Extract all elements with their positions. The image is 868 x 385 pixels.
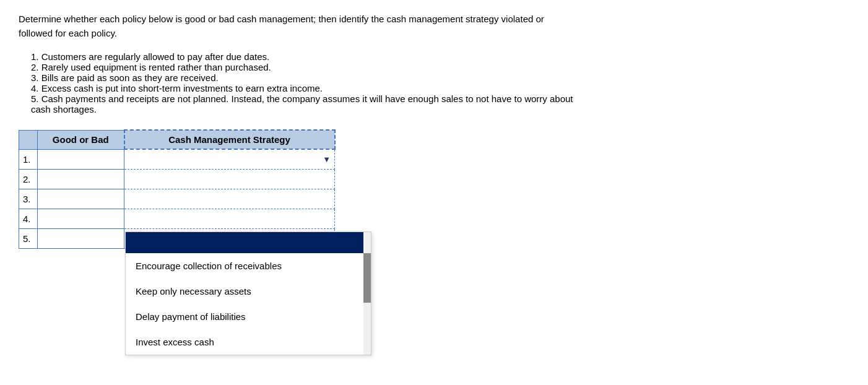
good-bad-cell-4[interactable] xyxy=(38,209,124,228)
strategy-cell-4[interactable] xyxy=(124,209,335,228)
dropdown-option-invest[interactable]: Invest excess cash xyxy=(126,329,371,355)
strategy-input-4[interactable] xyxy=(128,214,331,224)
dropdown-option-keep[interactable]: Keep only necessary assets xyxy=(126,279,371,304)
strategy-input-1[interactable] xyxy=(128,154,320,164)
good-bad-input-3[interactable] xyxy=(41,194,120,204)
col-header-strategy: Cash Management Strategy xyxy=(124,130,335,149)
dropdown-popup: Encourage collection of receivables Keep… xyxy=(125,231,371,355)
policy-item-1: 1. Customers are regularly allowed to pa… xyxy=(31,51,849,62)
intro-line2: followed for each policy. xyxy=(19,28,117,38)
strategy-input-3[interactable] xyxy=(128,194,331,204)
good-bad-input-1[interactable] xyxy=(41,155,120,165)
good-bad-input-2[interactable] xyxy=(41,175,120,184)
policy-item-4: 4. Excess cash is put into short-term in… xyxy=(31,83,849,93)
good-bad-cell-5[interactable] xyxy=(38,228,124,248)
row-num-2: 2. xyxy=(19,169,38,189)
policy-item-5: 5. Cash payments and receipts are not pl… xyxy=(31,93,849,104)
table-container: Good or Bad Cash Management Strategy 1. … xyxy=(19,129,336,249)
table-row: 2. xyxy=(19,169,335,189)
table-row: 4. xyxy=(19,209,335,228)
dropdown-arrow-1[interactable]: ▼ xyxy=(323,155,331,164)
intro-line1: Determine whether each policy below is g… xyxy=(19,14,544,24)
col-header-good-bad: Good or Bad xyxy=(38,130,124,149)
policy-item-3: 3. Bills are paid as soon as they are re… xyxy=(31,72,849,83)
dropdown-selected-highlight xyxy=(126,232,371,253)
good-bad-cell-2[interactable] xyxy=(38,169,124,189)
good-bad-cell-3[interactable] xyxy=(38,189,124,209)
policy-item-5b: cash shortages. xyxy=(31,104,849,115)
strategy-cell-2[interactable] xyxy=(124,169,335,189)
strategy-input-2[interactable] xyxy=(128,175,331,184)
strategy-cell-3[interactable] xyxy=(124,189,335,209)
dropdown-option-delay[interactable]: Delay payment of liabilities xyxy=(126,304,371,329)
dropdown-option-encourage[interactable]: Encourage collection of receivables xyxy=(126,253,371,279)
table-row: 3. xyxy=(19,189,335,209)
row-num-5: 5. xyxy=(19,228,38,248)
scrollbar-thumb[interactable] xyxy=(363,253,371,303)
good-bad-input-4[interactable] xyxy=(41,214,120,224)
col-header-num xyxy=(19,130,38,149)
cash-management-table: Good or Bad Cash Management Strategy 1. … xyxy=(19,129,336,249)
good-bad-cell-1[interactable] xyxy=(38,149,124,169)
row-num-4: 4. xyxy=(19,209,38,228)
intro-paragraph: Determine whether each policy below is g… xyxy=(19,12,848,40)
strategy-cell-1[interactable]: ▼ xyxy=(124,149,335,169)
row-num-1: 1. xyxy=(19,149,38,169)
table-row: 1. ▼ xyxy=(19,149,335,169)
scrollbar-track[interactable] xyxy=(363,232,371,355)
row-num-3: 3. xyxy=(19,189,38,209)
good-bad-input-5[interactable] xyxy=(41,234,120,244)
policy-item-2: 2. Rarely used equipment is rented rathe… xyxy=(31,62,849,72)
policies-list: 1. Customers are regularly allowed to pa… xyxy=(31,51,849,115)
